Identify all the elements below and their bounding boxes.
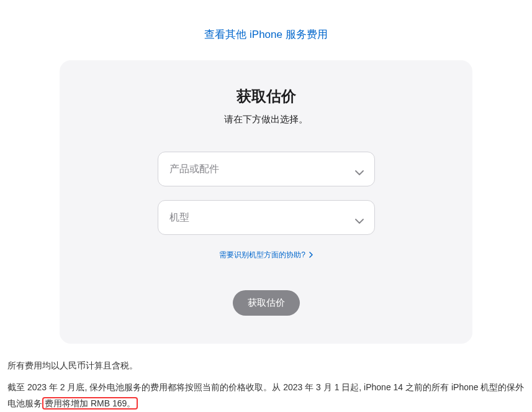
card-subtitle: 请在下方做出选择。: [84, 114, 448, 126]
footer-text: 所有费用均以人民币计算且含税。 截至 2023 年 2 月底, 保外电池服务的费…: [7, 344, 525, 412]
product-select-placeholder: 产品或配件: [169, 163, 219, 176]
footer-highlight: 费用将增加 RMB 169。: [42, 397, 138, 410]
chevron-right-icon: [309, 251, 313, 260]
other-iphone-services-link[interactable]: 查看其他 iPhone 服务费用: [204, 29, 327, 40]
identify-model-help-link[interactable]: 需要识别机型方面的协助?: [219, 250, 313, 260]
top-link-container: 查看其他 iPhone 服务费用: [7, 0, 525, 60]
footer-line-1: 所有费用均以人民币计算且含税。: [7, 357, 525, 374]
model-select-container: 机型: [158, 200, 375, 235]
model-select-placeholder: 机型: [169, 211, 189, 224]
product-select[interactable]: 产品或配件: [158, 152, 375, 186]
footer-line-2: 截至 2023 年 2 月底, 保外电池服务的费用都将按照当前的价格收取。从 2…: [7, 379, 525, 412]
product-select-container: 产品或配件: [158, 152, 375, 186]
estimate-card: 获取估价 请在下方做出选择。 产品或配件 机型 需要识别机型方面的协助?: [60, 60, 472, 344]
card-title: 获取估价: [84, 86, 448, 106]
model-select[interactable]: 机型: [158, 200, 375, 235]
get-estimate-button[interactable]: 获取估价: [233, 290, 300, 316]
help-link-text: 需要识别机型方面的协助?: [219, 250, 305, 260]
